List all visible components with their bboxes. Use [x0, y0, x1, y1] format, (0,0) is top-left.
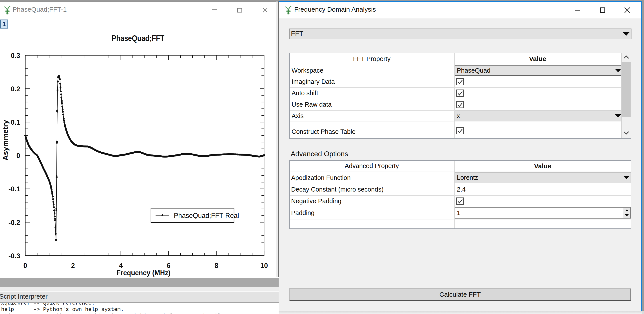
svg-text:0.2: 0.2	[11, 85, 20, 93]
svg-text:0.3: 0.3	[11, 52, 20, 59]
svg-text:Frequency (MHz): Frequency (MHz)	[116, 269, 170, 277]
svg-text:8: 8	[214, 262, 218, 270]
svg-text:-0.2: -0.2	[8, 219, 20, 226]
svg-text:PhaseQuad;FFT-Real: PhaseQuad;FFT-Real	[174, 212, 239, 219]
svg-text:6: 6	[166, 262, 170, 270]
svg-text:-0.3: -0.3	[8, 252, 20, 260]
svg-text:0: 0	[23, 262, 27, 270]
svg-text:-0.1: -0.1	[8, 185, 20, 193]
svg-text:4: 4	[119, 262, 123, 270]
svg-text:2: 2	[71, 262, 75, 270]
svg-text:0: 0	[16, 152, 20, 159]
svg-text:PhaseQuad;FFT: PhaseQuad;FFT	[112, 34, 164, 43]
svg-text:0.1: 0.1	[11, 119, 20, 126]
svg-text:10: 10	[260, 262, 268, 270]
svg-text:Asymmetry: Asymmetry	[1, 120, 10, 160]
